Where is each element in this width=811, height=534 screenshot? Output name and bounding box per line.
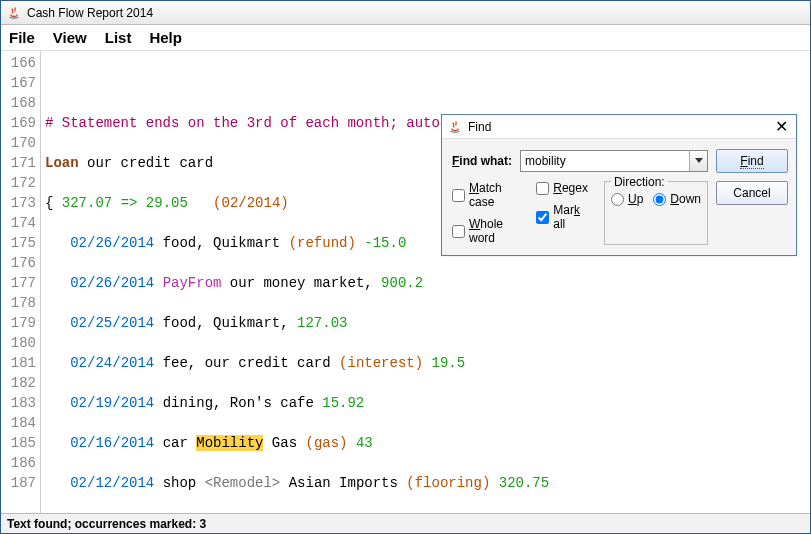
menu-view[interactable]: View — [53, 29, 87, 46]
match-case-checkbox[interactable]: Match case — [452, 181, 520, 209]
status-bar: Text found; occurrences marked: 3 — [1, 513, 810, 533]
direction-down-radio[interactable]: Down — [653, 192, 701, 206]
code-line: 02/12/2014 shop <Remodel> Asian Imports … — [45, 473, 650, 493]
code-line: 02/16/2014 car Mobility Gas (gas) 43 — [45, 433, 650, 453]
status-text: Text found; occurrences marked: 3 — [7, 517, 206, 531]
code-line: 02/19/2014 dining, Ron's cafe 15.92 — [45, 393, 650, 413]
find-what-combo[interactable] — [520, 150, 708, 172]
chevron-down-icon[interactable] — [689, 151, 707, 171]
code-line: 02/24/2014 fee, our credit card (interes… — [45, 353, 650, 373]
direction-label: Direction: — [611, 175, 668, 189]
mark-all-checkbox[interactable]: Mark all — [536, 203, 588, 231]
cancel-button[interactable]: Cancel — [716, 181, 788, 205]
menu-file[interactable]: File — [9, 29, 35, 46]
find-button[interactable]: Find — [716, 149, 788, 173]
find-titlebar: Find ✕ — [442, 115, 796, 139]
direction-fieldset: Direction: Up Down — [604, 181, 708, 245]
code-line — [45, 73, 650, 93]
java-icon — [448, 120, 462, 134]
menu-list[interactable]: List — [105, 29, 132, 46]
menu-bar: File View List Help — [1, 25, 810, 51]
find-title-text: Find — [468, 120, 491, 134]
find-what-input[interactable] — [521, 151, 689, 171]
direction-up-radio[interactable]: Up — [611, 192, 643, 206]
window-title: Cash Flow Report 2014 — [27, 6, 153, 20]
close-icon[interactable]: ✕ — [772, 117, 790, 136]
regex-checkbox[interactable]: Regex — [536, 181, 588, 195]
search-match-current: Mobility — [196, 435, 263, 451]
find-what-label: Find what: — [452, 154, 512, 168]
title-bar: Cash Flow Report 2014 — [1, 1, 810, 25]
whole-word-checkbox[interactable]: Whole word — [452, 217, 520, 245]
find-dialog: Find ✕ Find what: Find Match case Whole … — [441, 114, 797, 256]
java-icon — [7, 6, 21, 20]
code-line: 02/26/2014 PayFrom our money market, 900… — [45, 273, 650, 293]
code-line: 02/25/2014 food, Quikmart, 127.03 — [45, 313, 650, 333]
menu-help[interactable]: Help — [149, 29, 182, 46]
line-gutter: 1661671681691701711721731741751761771781… — [1, 51, 41, 513]
